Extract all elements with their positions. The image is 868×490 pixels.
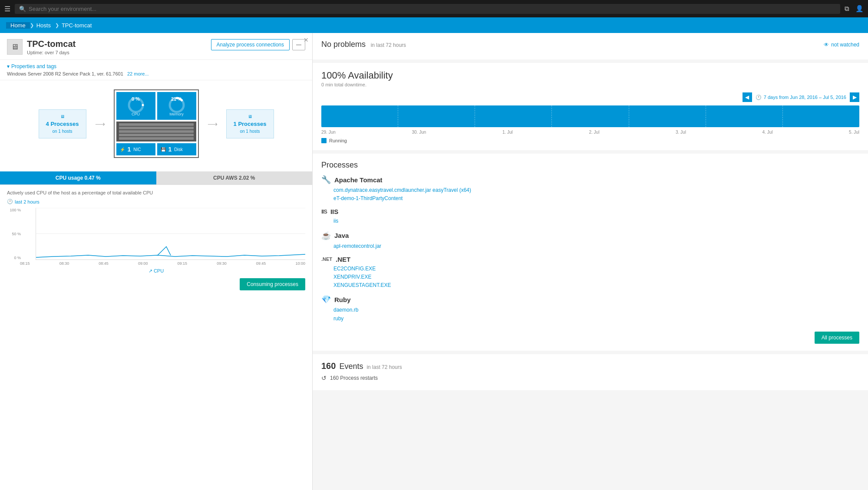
events-count: 160 xyxy=(321,361,336,371)
watch-label: not watched xyxy=(831,42,859,48)
java-link-1[interactable]: apl-remotecontrol.jar xyxy=(333,242,859,250)
search-icon: 🔍 xyxy=(19,6,26,12)
avail-seg-1 xyxy=(321,105,398,127)
chart-line-label: ↗ CPU xyxy=(7,268,305,274)
server-visual xyxy=(116,122,196,141)
dotnet-link-1[interactable]: EC2CONFIG.EXE xyxy=(333,265,859,273)
tab-cpu-aws[interactable]: CPU AWS 2.02 % xyxy=(156,171,313,184)
disk-icon: 💾 xyxy=(161,147,166,152)
availability-x-labels: 29. Jun 30. Jun 1. Jul 2. Jul 3. Jul 4. … xyxy=(321,130,859,135)
server-bar-2 xyxy=(119,127,194,129)
avail-label-1: 30. Jun xyxy=(412,130,426,135)
diagram-nic-box: ⚡ 1 NIC xyxy=(116,143,155,155)
nic-icon: ⚡ xyxy=(120,147,125,152)
diagram-arrow-left: ⟶ xyxy=(95,120,105,128)
breadcrumb-hosts[interactable]: Hosts xyxy=(34,22,55,29)
ruby-link-1[interactable]: daemon.rb xyxy=(333,306,859,314)
diagram-right-count: 1 Processes xyxy=(234,121,267,127)
availability-bar-lines xyxy=(321,105,859,127)
avail-seg-2 xyxy=(398,105,475,127)
chart-x-labels: 08:15 08:30 08:45 09:00 09:15 09:30 09:4… xyxy=(20,261,305,266)
diagram-left-box[interactable]: 🖥 4 Processes on 1 hosts xyxy=(39,109,86,138)
diagram-nic-disk-row: ⚡ 1 NIC 💾 1 Disk xyxy=(116,143,196,155)
memory-label: Memory xyxy=(169,112,184,116)
properties-text: Windows Server 2008 R2 Service Pack 1, v… xyxy=(7,71,305,76)
tomcat-link-1[interactable]: com.dynatrace.easytravel.cmdlauncher.jar… xyxy=(333,186,859,194)
screen-icon[interactable]: ⧉ xyxy=(845,5,849,13)
server-bar-3 xyxy=(119,130,194,133)
tomcat-link-2[interactable]: eT-demo-1-ThirdPartyContent xyxy=(333,194,859,203)
left-panel: 🖥 TPC-tomcat Uptime: over 7 days Analyze… xyxy=(0,33,313,490)
properties-more-link[interactable]: 22 more... xyxy=(127,71,149,76)
events-header: 160 Events in last 72 hours xyxy=(321,361,859,371)
availability-period-text: 7 days from Jun 28, 2016 – Jul 5, 2016 xyxy=(764,95,846,100)
x-label-0: 08:15 xyxy=(20,261,30,266)
legend-running-label: Running xyxy=(329,138,347,143)
chart-time-selector[interactable]: 🕐 last 2 hours xyxy=(7,199,305,204)
search-bar: 🔍 xyxy=(15,4,840,14)
x-label-5: 09:30 xyxy=(217,261,227,266)
chevron-down-icon: ▾ xyxy=(7,63,10,69)
ruby-link-2[interactable]: ruby xyxy=(333,315,859,323)
processes-title: Processes xyxy=(321,161,859,170)
analyze-process-connections-button[interactable]: Analyze process connections xyxy=(211,39,290,50)
properties-toggle-label: Properties and tags xyxy=(11,63,56,69)
event-item-restarts: ↺ 160 Process restarts xyxy=(321,375,859,381)
properties-toggle[interactable]: ▾ Properties and tags xyxy=(7,63,305,69)
cpu-chart-svg xyxy=(36,208,305,260)
process-group-iis: IIS IIS iis xyxy=(321,208,859,225)
nav-icons: ⧉ 👤 xyxy=(845,5,864,13)
avail-label-5: 4. Jul xyxy=(762,130,773,135)
clock-icon: 🕐 xyxy=(7,199,13,204)
availability-nav: ◀ 🕐 7 days from Jun 28, 2016 – Jul 5, 20… xyxy=(321,92,859,102)
ruby-icon: 💎 xyxy=(321,295,331,304)
diagram-left-sub: on 1 hosts xyxy=(52,129,72,134)
chart-area: Actively used CPU of the host as a perce… xyxy=(0,185,312,296)
process-header-dotnet: .NET .NET xyxy=(321,256,859,263)
user-icon[interactable]: 👤 xyxy=(855,5,864,13)
close-button[interactable]: ✕ xyxy=(304,36,309,43)
diagram-right-box[interactable]: 🖥 1 Processes on 1 hosts xyxy=(226,109,274,138)
breadcrumb-home[interactable]: Home xyxy=(6,22,30,29)
dotnet-icon: .NET xyxy=(321,257,332,262)
host-actions: Analyze process connections — xyxy=(211,39,305,50)
x-label-7: 10:00 xyxy=(295,261,305,266)
process-name-ruby: Ruby xyxy=(334,296,351,303)
diagram-left-count: 4 Processes xyxy=(46,121,79,127)
all-processes-button[interactable]: All processes xyxy=(815,332,859,344)
no-problems-title: No problems xyxy=(321,40,366,49)
dotnet-link-2[interactable]: XENDPRIV.EXE xyxy=(333,273,859,281)
dotnet-link-3[interactable]: XENGUESTAGENT.EXE xyxy=(333,281,859,289)
consuming-processes-button[interactable]: Consuming processes xyxy=(240,278,305,290)
eye-icon: 👁 xyxy=(824,42,829,48)
process-header-iis: IIS IIS xyxy=(321,208,859,215)
chart-container xyxy=(36,208,305,260)
watch-button[interactable]: 👁 not watched xyxy=(824,42,859,48)
legend-running-dot xyxy=(321,138,327,143)
top-navigation: ☰ 🔍 ⧉ 👤 xyxy=(0,0,868,17)
diagram-stats-row: 0 % CPU 21 % Memory xyxy=(116,92,196,120)
x-label-6: 09:45 xyxy=(256,261,266,266)
hamburger-icon[interactable]: ☰ xyxy=(4,5,10,13)
nic-label: NIC xyxy=(133,147,141,152)
availability-next-button[interactable]: ▶ xyxy=(850,92,859,102)
avail-label-4: 3. Jul xyxy=(676,130,686,135)
search-input[interactable] xyxy=(29,6,836,12)
java-icon: ☕ xyxy=(321,231,331,240)
x-label-2: 08:45 xyxy=(99,261,109,266)
restart-icon: ↺ xyxy=(321,375,327,381)
disk-value: 1 xyxy=(168,146,172,153)
iis-link-1[interactable]: iis xyxy=(333,217,859,225)
process-name-iis: IIS xyxy=(330,208,338,215)
diagram-arrow-right: ⟶ xyxy=(208,120,218,128)
x-label-1: 08:30 xyxy=(59,261,69,266)
avail-seg-7 xyxy=(783,105,859,127)
process-name-dotnet: .NET xyxy=(336,256,350,263)
avail-label-2: 1. Jul xyxy=(502,130,513,135)
tab-cpu-usage[interactable]: CPU usage 0.47 % xyxy=(0,171,156,184)
disk-label: Disk xyxy=(174,147,182,152)
chart-description: Actively used CPU of the host as a perce… xyxy=(7,190,305,195)
availability-section: 100% Availability 0 min total downtime. … xyxy=(313,63,868,150)
availability-prev-button[interactable]: ◀ xyxy=(743,92,752,102)
no-problems-title-area: No problems in last 72 hours xyxy=(321,40,406,49)
